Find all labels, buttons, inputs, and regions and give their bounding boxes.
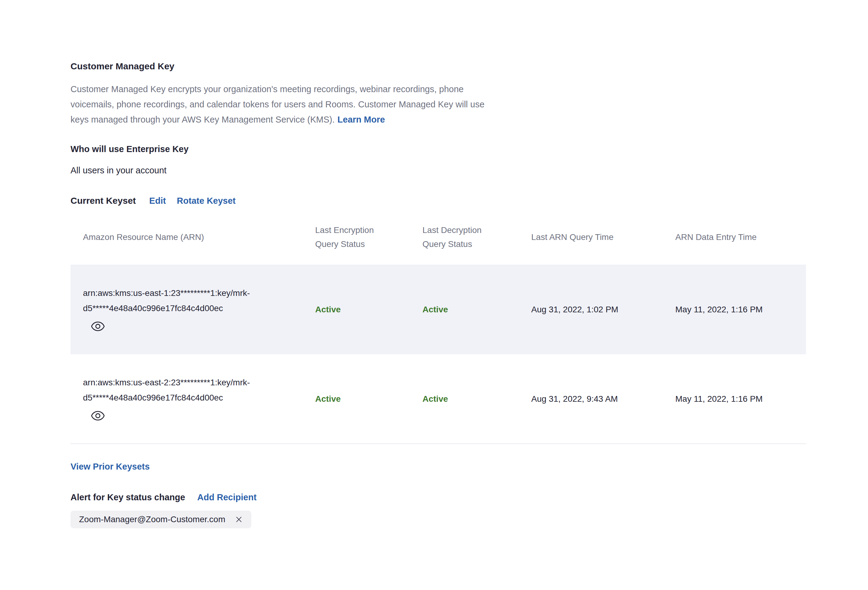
description-line: Customer Managed Key encrypts your organ… xyxy=(71,81,581,97)
edit-keyset-link[interactable]: Edit xyxy=(149,196,166,206)
column-header-last-decryption-query-status: Last Decryption Query Status xyxy=(422,223,531,251)
encryption-status: Active xyxy=(315,394,422,404)
column-header-last-arn-query-time: Last ARN Query Time xyxy=(531,230,675,244)
learn-more-link[interactable]: Learn More xyxy=(337,115,385,124)
x-icon xyxy=(235,520,243,524)
keyset-table-row: arn:aws:kms:us-east-1:23*********1:key/m… xyxy=(71,265,806,354)
arn-cell: arn:aws:kms:us-east-1:23*********1:key/m… xyxy=(71,282,315,336)
arn-cell: arn:aws:kms:us-east-2:23*********1:key/m… xyxy=(71,372,315,426)
keyset-table-header: Amazon Resource Name (ARN) Last Encrypti… xyxy=(71,209,806,265)
description: Customer Managed Key encrypts your organ… xyxy=(71,81,581,127)
keyset-table: Amazon Resource Name (ARN) Last Encrypti… xyxy=(71,209,806,444)
eye-icon xyxy=(91,321,105,331)
column-header-arn: Amazon Resource Name (ARN) xyxy=(71,230,315,244)
encryption-status: Active xyxy=(315,305,422,315)
description-line: voicemails, phone recordings, and calend… xyxy=(71,97,581,112)
page-title: Customer Managed Key xyxy=(71,61,868,72)
arn-data-entry-time: May 11, 2022, 1:16 PM xyxy=(675,302,806,317)
decryption-status: Active xyxy=(422,394,531,404)
customer-managed-key-panel: Customer Managed Key Customer Managed Ke… xyxy=(0,0,868,528)
reveal-arn-button[interactable] xyxy=(91,321,105,331)
view-prior-keysets-link[interactable]: View Prior Keysets xyxy=(71,462,150,472)
enterprise-key-heading: Who will use Enterprise Key xyxy=(71,143,868,154)
enterprise-key-value: All users in your account xyxy=(71,165,868,176)
alert-heading: Alert for Key status change xyxy=(71,492,185,503)
add-recipient-link[interactable]: Add Recipient xyxy=(197,492,257,503)
arn-data-entry-time: May 11, 2022, 1:16 PM xyxy=(675,392,806,407)
description-line: keys managed through your AWS Key Manage… xyxy=(71,115,335,124)
keyset-table-row: arn:aws:kms:us-east-2:23*********1:key/m… xyxy=(71,354,806,444)
recipient-chip: Zoom-Manager@Zoom-Customer.com xyxy=(71,511,251,528)
current-keyset-section: Current Keyset Edit Rotate Keyset Amazon… xyxy=(71,195,868,472)
alert-section: Alert for Key status change Add Recipien… xyxy=(71,492,868,528)
remove-recipient-button[interactable] xyxy=(235,516,243,523)
last-arn-query-time: Aug 31, 2022, 1:02 PM xyxy=(531,302,675,317)
column-header-last-encryption-query-status: Last Encryption Query Status xyxy=(315,223,422,251)
last-arn-query-time: Aug 31, 2022, 9:43 AM xyxy=(531,392,675,407)
column-header-arn-data-entry-time: ARN Data Entry Time xyxy=(675,230,806,244)
page: { "intro": { "title": "Customer Managed … xyxy=(0,0,868,590)
arn-value: arn:aws:kms:us-east-1:23*********1:key/m… xyxy=(83,285,272,316)
rotate-keyset-link[interactable]: Rotate Keyset xyxy=(177,196,236,206)
arn-value: arn:aws:kms:us-east-2:23*********1:key/m… xyxy=(83,375,272,405)
eye-icon xyxy=(91,411,105,421)
reveal-arn-button[interactable] xyxy=(91,411,105,421)
decryption-status: Active xyxy=(422,305,531,315)
current-keyset-heading: Current Keyset xyxy=(71,195,136,206)
recipient-email: Zoom-Manager@Zoom-Customer.com xyxy=(79,515,225,524)
